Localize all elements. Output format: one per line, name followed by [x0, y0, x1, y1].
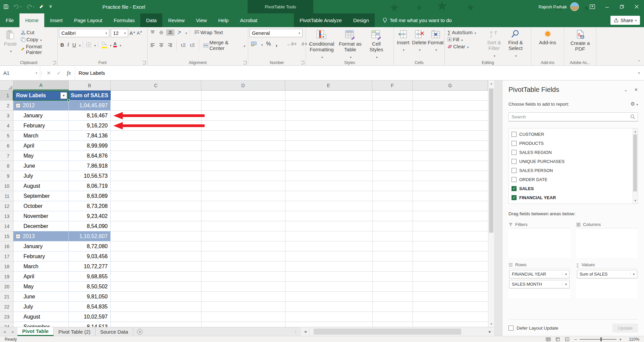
copy-button[interactable]: Copy [19, 36, 56, 43]
value-cell[interactable]: 8,73,208 [69, 201, 111, 211]
pivot-table-row[interactable]: 13 November 9,23,402 [0, 211, 494, 221]
comma-style-icon[interactable]: , [274, 42, 279, 46]
row-header[interactable]: 17 [0, 251, 13, 262]
zoom-level[interactable]: 110% [627, 337, 639, 342]
vertical-scrollbar[interactable]: ▲ ▼ [488, 80, 494, 327]
ribbon-tab[interactable]: Data [140, 13, 162, 27]
empty-cells[interactable] [111, 292, 494, 302]
field-checkbox[interactable] [512, 168, 517, 173]
format-painter-button[interactable]: Format Painter [19, 43, 56, 56]
top-align-icon[interactable] [149, 30, 156, 35]
tools-gear-icon[interactable]: ⚙ ▾ [631, 101, 638, 107]
list-scroll-down-icon[interactable]: ▼ [633, 197, 638, 204]
fill-handle[interactable] [67, 99, 70, 102]
value-cell[interactable]: 8,50,502 [69, 282, 111, 292]
formula-content[interactable]: Row Labels [75, 66, 634, 80]
addins-button[interactable]: Add-ins [536, 29, 559, 59]
clear-button[interactable]: Clear [446, 43, 484, 50]
field-item[interactable]: PRODUCTS [510, 139, 632, 148]
cancel-formula-icon[interactable]: ✕ [44, 70, 53, 76]
pivot-table-row[interactable]: 3 January 8,16,467 [0, 111, 494, 121]
sheet-tab[interactable]: Source Data [96, 327, 133, 336]
column-header[interactable]: E [285, 80, 372, 90]
search-input[interactable] [508, 112, 638, 121]
row-field-pill[interactable]: FINANCIAL YEAR [509, 270, 570, 278]
field-item[interactable]: UNIQUE PURCHASES [510, 157, 632, 166]
tell-me-box[interactable]: Tell me what you want to do [375, 13, 452, 27]
column-header[interactable]: A [13, 80, 69, 90]
pivot-table-row[interactable]: 11 September 8,63,089 [0, 191, 494, 201]
align-right-icon[interactable] [166, 43, 174, 48]
value-cell[interactable]: 8,14,513 [69, 322, 111, 327]
delete-cells-button[interactable]: Delete [411, 29, 427, 53]
row-labels-cell[interactable]: Row Labels ▾ [13, 91, 69, 101]
row-label-cell[interactable]: 2013 [13, 231, 69, 241]
empty-cells[interactable] [111, 161, 494, 171]
value-cell[interactable]: 9,23,402 [69, 211, 111, 221]
pivot-table-row[interactable]: 12 October 8,73,208 [0, 201, 494, 211]
wrap-text-button[interactable]: Wrap Text [193, 29, 224, 36]
pivot-table-row[interactable]: 8 June 7,86,918 [0, 161, 494, 171]
font-name-combo[interactable]: Calibri [59, 29, 109, 37]
zoom-slider[interactable] [580, 339, 616, 340]
column-header[interactable]: C [111, 80, 201, 90]
vertical-scroll-thumb[interactable] [489, 89, 493, 233]
panel-close-icon[interactable]: ✕ [634, 87, 638, 92]
empty-cells[interactable] [111, 131, 494, 141]
align-left-icon[interactable] [149, 43, 156, 48]
collapse-ribbon-icon[interactable]: ⌃ [638, 60, 641, 64]
find-select-button[interactable]: Find & Select [504, 29, 527, 59]
value-cell[interactable]: 10,02,597 [69, 312, 111, 322]
decrease-font-icon[interactable]: A▼ [137, 31, 143, 36]
accounting-caret[interactable] [260, 41, 263, 47]
enter-formula-icon[interactable]: ✓ [54, 70, 63, 76]
ribbon-tab[interactable]: File [0, 13, 19, 27]
row-header[interactable]: 23 [0, 312, 13, 322]
row-header[interactable]: 8 [0, 161, 13, 171]
format-as-table-button[interactable]: Format as Table [336, 29, 364, 60]
fill-color-caret[interactable] [109, 42, 112, 48]
sheet-tab[interactable]: Pivot Table [17, 327, 54, 336]
row-header[interactable]: 14 [0, 221, 13, 231]
page-layout-view-icon[interactable] [555, 337, 560, 341]
row-label-cell[interactable]: April [13, 141, 69, 151]
pivot-table-row[interactable]: 2 2012 1,04,45,697 [0, 101, 494, 111]
empty-cells[interactable] [111, 302, 494, 312]
ribbon-tab[interactable]: Page Layout [68, 13, 108, 27]
sheet-nav-right-icon[interactable]: ▶ [9, 327, 17, 336]
empty-cells[interactable] [111, 231, 494, 241]
align-center-icon[interactable] [158, 43, 165, 48]
empty-cells[interactable] [111, 312, 494, 322]
empty-cells[interactable] [111, 211, 494, 221]
sum-of-sales-cell[interactable]: Sum of SALES [69, 91, 111, 101]
row-label-cell[interactable]: June [13, 161, 69, 171]
normal-view-icon[interactable] [546, 337, 551, 341]
row-label-cell[interactable]: September [13, 191, 69, 201]
empty-cells[interactable] [111, 171, 494, 181]
scroll-down-icon[interactable]: ▼ [488, 321, 494, 327]
value-cell[interactable]: 7,86,918 [69, 161, 111, 171]
create-pdf-button[interactable]: Create a PDF [568, 29, 592, 59]
pivot-table-row[interactable]: 17 February 9,03,456 [0, 251, 494, 262]
empty-cells[interactable] [111, 241, 494, 251]
column-header[interactable]: G [413, 80, 488, 90]
ribbon-tab[interactable]: View [190, 13, 212, 27]
row-label-cell[interactable]: September [13, 322, 69, 327]
row-label-cell[interactable]: October [13, 201, 69, 211]
ribbon-display-options-icon[interactable] [585, 0, 600, 13]
row-label-cell[interactable]: March [13, 131, 69, 141]
row-label-cell[interactable]: February [13, 121, 69, 131]
pivot-table-row[interactable]: 14 December 8,54,090 [0, 221, 494, 231]
values-area[interactable]: Sum of SALES [576, 269, 638, 298]
empty-cells[interactable] [111, 262, 494, 272]
field-list-scrollbar[interactable]: ▲ ▼ [632, 128, 638, 204]
clipboard-dialog-launcher[interactable] [53, 61, 56, 64]
row-label-cell[interactable]: March [13, 262, 69, 272]
row-header[interactable]: 5 [0, 131, 13, 141]
increase-indent-icon[interactable] [189, 43, 196, 48]
row-label-cell[interactable]: January [13, 241, 69, 251]
row-label-cell[interactable]: June [13, 292, 69, 302]
value-cell[interactable]: 8,54,090 [69, 221, 111, 231]
alignment-dialog-launcher[interactable] [243, 61, 247, 64]
defer-checkbox[interactable] [508, 326, 514, 331]
